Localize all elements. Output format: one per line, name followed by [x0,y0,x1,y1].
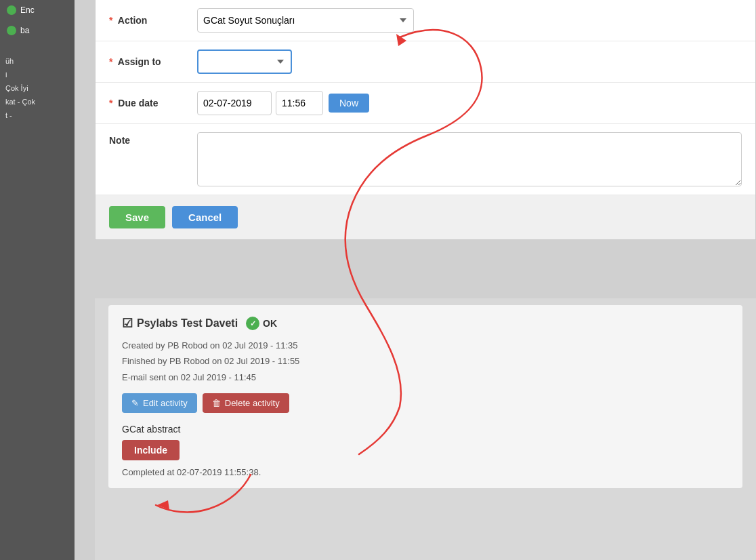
assign-select[interactable] [197,49,292,74]
note-textarea[interactable] [197,132,742,186]
gcat-label: GCat abstract [122,424,729,435]
checkbox-icon: ☑ [122,316,133,331]
pencil-icon: ✎ [131,398,139,408]
email-sent-text: E-mail sent on 02 Jul 2019 - 11:45 [122,369,729,385]
sidebar: Enc ba üh i Çok İyi kat - Çok t - [0,0,75,560]
sidebar-item-label: ba [20,26,29,35]
cancel-button[interactable]: Cancel [172,206,238,228]
edit-activity-button[interactable]: ✎ Edit activity [122,393,197,413]
action-row: * Action GCat Soyut Sonuçları [96,0,755,41]
include-button[interactable]: Include [122,440,180,460]
activity-title: ☑ Psylabs Test Daveti [122,316,238,331]
action-label: * Action [109,15,197,26]
due-date-input[interactable] [197,91,272,115]
form-section: * Action GCat Soyut Sonuçları * Assign t… [96,0,755,195]
now-button[interactable]: Now [329,94,369,113]
sidebar-item-enc[interactable]: Enc [0,0,75,20]
ok-badge: OK [246,317,277,330]
completed-text: Completed at 02-07-2019 11:55:38. [122,467,729,477]
due-date-label: * Due date [109,98,197,108]
activity-meta: Created by PB Robod on 02 Jul 2019 - 11:… [122,338,729,385]
sidebar-item-label: Enc [20,5,35,15]
sidebar-item-ba[interactable]: ba [0,20,75,41]
activity-card: ☑ Psylabs Test Daveti OK Created by PB R… [108,305,742,488]
sidebar-extra-t: t - [0,108,75,122]
activity-title-row: ☑ Psylabs Test Daveti OK [122,316,729,331]
sidebar-extra-cokiyi: Çok İyi [0,81,75,95]
delete-activity-button[interactable]: 🗑 Delete activity [203,393,289,413]
due-time-input[interactable] [276,91,323,115]
assign-label: * Assign to [109,56,197,67]
activity-section: ☑ Psylabs Test Daveti OK Created by PB R… [95,298,756,560]
sidebar-extra-kat: kat - Çok [0,95,75,108]
assign-row: * Assign to [96,41,755,83]
main-area: * Action GCat Soyut Sonuçları * Assign t… [75,0,756,560]
due-date-row: * Due date Now [96,83,755,124]
modal-panel: * Action GCat Soyut Sonuçları * Assign t… [95,0,756,240]
sidebar-extra-i: i [0,68,75,81]
gcat-section: GCat abstract Include Completed at 02-07… [122,424,729,477]
created-by-text: Created by PB Robod on 02 Jul 2019 - 11:… [122,338,729,353]
form-footer: Save Cancel [96,195,755,239]
activity-buttons: ✎ Edit activity 🗑 Delete activity [122,393,729,413]
ok-circle-icon [246,317,259,330]
required-star-assign: * [109,56,112,67]
action-select[interactable]: GCat Soyut Sonuçları [197,8,414,33]
finished-by-text: Finished by PB Robod on 02 Jul 2019 - 11… [122,353,729,369]
sidebar-extra-uh: üh [0,54,75,68]
required-star-action: * [109,15,112,26]
required-star-due: * [109,98,112,108]
trash-icon: 🗑 [212,398,221,408]
note-row: Note [96,124,755,195]
save-button[interactable]: Save [109,206,165,228]
note-label: Note [109,132,197,146]
